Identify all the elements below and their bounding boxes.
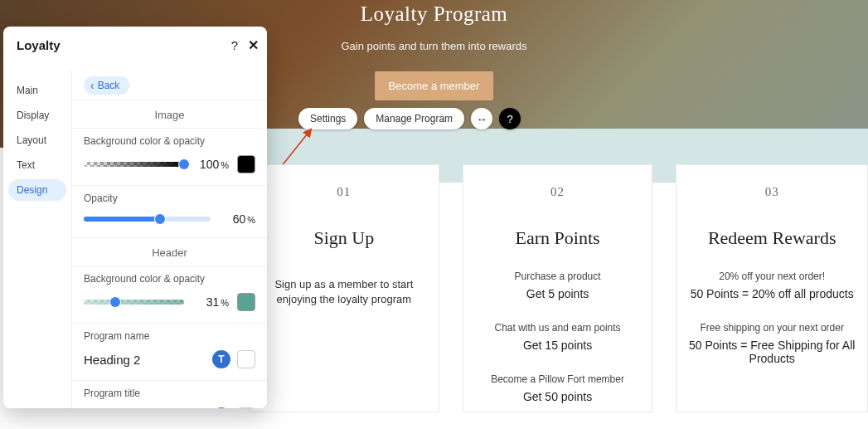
card-earn: 02 Earn Points Purchase a product Get 5 … (463, 164, 653, 412)
card-number: 03 (685, 185, 859, 199)
redeem-reward: 50 Points = 20% off all products (685, 287, 859, 300)
header-bg-pct: 31% (192, 295, 229, 309)
card-number: 02 (472, 185, 644, 199)
field-label: Program title (84, 388, 255, 399)
field-label: Opacity (84, 193, 255, 204)
image-bg-pct: 100% (192, 158, 229, 171)
hero-title: Loyalty Program (0, 2, 868, 26)
tab-text[interactable]: Text (8, 154, 66, 176)
program-name-value[interactable]: Heading 2 (84, 353, 140, 367)
card-signup: 01 Sign Up Sign up as a member to start … (249, 164, 439, 412)
text-style-icon[interactable]: T (212, 350, 230, 368)
panel-body[interactable]: Back Image Background color & opacity 10… (71, 70, 267, 408)
tab-design[interactable]: Design (8, 179, 66, 201)
image-bg-swatch[interactable] (237, 155, 255, 173)
stretch-icon[interactable]: ↔ (471, 108, 492, 129)
widget-toolbar: Settings Manage Program ↔ ? (298, 108, 521, 129)
card-title: Redeem Rewards (685, 227, 859, 249)
image-bg-slider[interactable] (84, 162, 184, 167)
section-image: Image (72, 100, 267, 128)
field-label: Program name (84, 330, 255, 342)
section-header: Header (72, 237, 267, 266)
help-icon[interactable]: ? (499, 108, 521, 129)
earn-reward: Get 5 points (472, 287, 644, 300)
program-name-swatch[interactable] (237, 350, 255, 368)
panel-help-icon[interactable]: ? (231, 38, 238, 52)
tab-layout[interactable]: Layout (8, 129, 66, 151)
become-member-button[interactable]: Become a member (375, 71, 494, 100)
earn-desc: Purchase a product (472, 271, 644, 282)
tab-display[interactable]: Display (8, 105, 66, 126)
card-redeem: 03 Redeem Rewards 20% off your next orde… (676, 164, 868, 412)
field-label: Background color & opacity (84, 135, 255, 147)
panel-title: Loyalty (3, 27, 217, 63)
header-bg-field: Background color & opacity 31% (72, 266, 267, 323)
redeem-reward: 50 Points = Free Shipping for All Produc… (685, 339, 859, 365)
program-title-swatch[interactable] (237, 407, 255, 408)
card-number: 01 (258, 185, 430, 199)
design-panel: Loyalty ? ✕ Main Display Layout Text Des… (3, 27, 267, 408)
card-title: Earn Points (472, 227, 644, 249)
card-body: Sign up as a member to start enjoying th… (258, 277, 430, 307)
redeem-desc: Free shipping on your next order (685, 322, 859, 334)
earn-desc: Chat with us and earn points (472, 322, 644, 334)
earn-reward: Get 50 points (472, 390, 644, 403)
close-icon[interactable]: ✕ (248, 37, 259, 53)
settings-button[interactable]: Settings (298, 108, 357, 129)
redeem-desc: 20% off your next order! (685, 271, 859, 282)
field-label: Background color & opacity (84, 273, 255, 285)
earn-reward: Get 15 points (472, 339, 644, 352)
program-name-field: Program name Heading 2 T (72, 323, 267, 380)
header-bg-slider[interactable] (84, 300, 184, 305)
panel-tabs: Main Display Layout Text Design (3, 70, 71, 211)
text-style-icon[interactable]: T (212, 407, 230, 408)
image-bg-field: Background color & opacity 100% (72, 128, 267, 185)
tab-main[interactable]: Main (8, 80, 66, 101)
steps-cards: 01 Sign Up Sign up as a member to start … (249, 164, 868, 412)
program-title-field: Program title Heading T (72, 380, 267, 408)
back-button[interactable]: Back (84, 76, 129, 95)
card-title: Sign Up (258, 227, 430, 249)
image-opacity-slider[interactable] (84, 217, 211, 222)
earn-desc: Become a Pillow Fort member (472, 373, 644, 385)
header-bg-swatch[interactable] (237, 293, 255, 311)
image-opacity-field: Opacity 60% (72, 185, 267, 237)
image-opacity-pct: 60% (219, 212, 255, 226)
manage-program-button[interactable]: Manage Program (364, 108, 464, 129)
